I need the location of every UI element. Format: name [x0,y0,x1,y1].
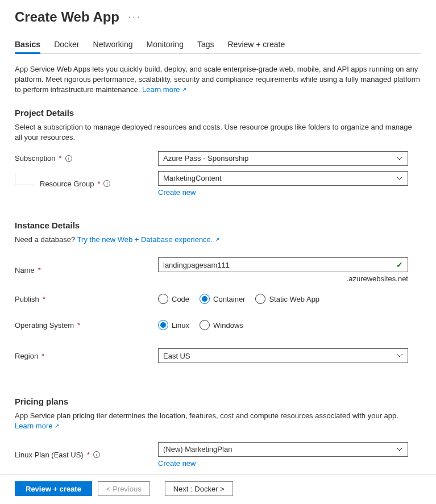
tab-basics[interactable]: Basics [15,36,40,53]
chevron-down-icon [396,352,403,359]
pricing-desc: App Service plan pricing tier determines… [15,411,421,431]
external-link-icon: ↗ [55,423,59,429]
subscription-label: Subscription [15,154,56,163]
page-title: Create Web App [15,9,119,25]
learn-more-link[interactable]: Learn more ↗ [142,85,186,94]
linux-plan-value: (New) MarketingPlan [163,445,232,453]
external-link-icon: ↗ [215,236,219,243]
os-label: Operating System [15,321,74,330]
linux-plan-label: Linux Plan (East US) [15,451,84,459]
resource-group-value: MarketingContent [163,174,222,182]
name-value: landingpagesam111 [163,261,230,269]
footer: Review + create < Previous Next : Docker… [0,474,436,504]
info-icon[interactable]: i [65,155,72,162]
chevron-down-icon [396,155,403,162]
instance-details-heading: Instance Details [15,220,421,230]
publish-label: Publish [15,295,39,303]
pricing-plans-heading: Pricing plans [15,397,421,406]
previous-button[interactable]: < Previous [98,481,150,496]
publish-option-static[interactable]: Static Web App [255,294,319,304]
domain-suffix: .azurewebsites.net [158,274,408,283]
database-prompt: Need a database? Try the new Web + Datab… [15,235,421,245]
required-indicator: * [43,295,45,303]
external-link-icon: ↗ [182,86,186,93]
tab-networking[interactable]: Networking [93,36,133,53]
name-input[interactable]: landingpagesam111 ✓ [158,257,408,272]
chevron-down-icon [396,446,403,453]
tab-docker[interactable]: Docker [54,36,79,53]
valid-check-icon: ✓ [396,260,403,269]
required-indicator: * [41,352,44,360]
linux-plan-select[interactable]: (New) MarketingPlan [158,442,408,457]
region-label: Region [15,352,38,360]
tabs: Basics Docker Networking Monitoring Tags… [15,36,421,54]
os-option-windows[interactable]: Windows [200,320,243,330]
os-radio-group: Linux Windows [158,320,408,330]
tab-tags[interactable]: Tags [197,36,214,53]
required-indicator: * [59,154,62,163]
review-create-button[interactable]: Review + create [15,481,92,496]
web-database-link[interactable]: Try the new Web + Database experience. ↗ [77,235,219,244]
resource-group-label: Resource Group [40,180,94,188]
region-value: East US [163,352,190,360]
info-icon[interactable]: i [93,451,100,458]
project-details-heading: Project Details [15,108,421,118]
publish-option-code[interactable]: Code [158,294,189,304]
required-indicator: * [77,321,80,330]
intro-text: App Service Web Apps lets you quickly bu… [15,64,421,95]
publish-option-container[interactable]: Container [200,294,245,304]
required-indicator: * [97,180,100,188]
info-icon[interactable]: i [103,180,110,187]
tree-connector [15,173,34,185]
tab-monitoring[interactable]: Monitoring [147,36,184,53]
more-icon[interactable]: · · · [128,12,139,21]
region-select[interactable]: East US [158,348,408,363]
name-label: Name [15,266,35,274]
next-button[interactable]: Next : Docker > [165,481,233,496]
required-indicator: * [87,451,90,459]
subscription-select[interactable]: Azure Pass - Sponsorship [158,151,408,166]
project-details-desc: Select a subscription to manage deployed… [15,122,421,143]
resource-group-select[interactable]: MarketingContent [158,171,408,186]
required-indicator: * [38,266,41,274]
intro-body: App Service Web Apps lets you quickly bu… [15,65,420,94]
tab-review-create[interactable]: Review + create [228,36,285,53]
subscription-value: Azure Pass - Sponsorship [163,154,248,163]
os-option-linux[interactable]: Linux [158,320,189,330]
pricing-learn-more-link[interactable]: Learn more ↗ [15,422,59,430]
chevron-down-icon [396,175,403,182]
publish-radio-group: Code Container Static Web App [158,294,408,304]
create-new-rg-link[interactable]: Create new [158,188,196,197]
create-new-plan-link[interactable]: Create new [158,459,196,468]
